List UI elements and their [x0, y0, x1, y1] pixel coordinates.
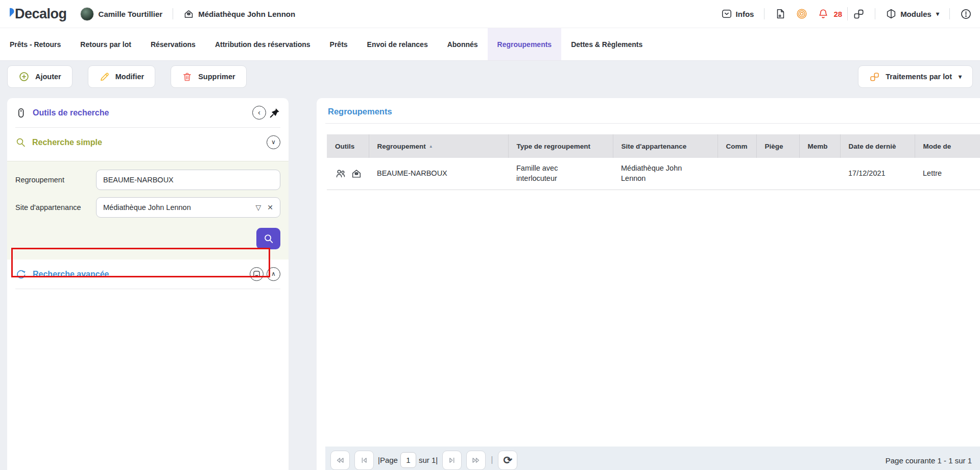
col-outils[interactable]: Outils	[327, 134, 369, 158]
current-site[interactable]: Médiathèque John Lennon	[183, 9, 295, 19]
col-commentaire[interactable]: Comm	[718, 134, 756, 158]
site-name: Médiathèque John Lennon	[198, 10, 295, 18]
page-label: |Page	[378, 456, 398, 464]
help-button[interactable]	[960, 8, 972, 20]
logo-text: Decalog	[15, 6, 67, 22]
col-site[interactable]: Site d'appartenance	[613, 134, 718, 158]
modules-menu-button[interactable]: Modules ▾	[886, 8, 939, 19]
search-icon	[263, 233, 274, 244]
regroupements-panel: Regroupements Outils Regroupement▲ Type …	[317, 98, 980, 470]
simple-search-toggle-button[interactable]: ∨	[267, 135, 280, 149]
user-name: Camille Tourtillier	[99, 10, 163, 18]
table-row[interactable]: BEAUME-NARBOUX Famille avec interlocuteu…	[327, 158, 980, 190]
app-logo[interactable]: Decalog	[8, 6, 67, 22]
simple-search-title: Recherche simple	[32, 138, 102, 147]
modules-label: Modules	[900, 10, 931, 18]
site-field-row: Site d'appartenance ▽ ✕	[15, 197, 280, 218]
cell-date: 17/12/2021	[840, 158, 915, 190]
mouse-icon	[15, 107, 27, 119]
regroupements-table: Outils Regroupement▲ Type de regroupemen…	[327, 134, 980, 190]
search-tools-header: Outils de recherche ‹	[7, 98, 289, 127]
search-tools-panel: Outils de recherche ‹ Reche	[7, 98, 289, 470]
batch-processing-button[interactable]: Traitements par lot ▾	[858, 65, 973, 88]
site-field[interactable]: ▽ ✕	[96, 197, 280, 218]
simple-search-header[interactable]: Recherche simple ∨	[7, 128, 289, 157]
search-submit-row	[15, 225, 280, 256]
header-divider	[875, 8, 875, 19]
tab-envoi-relances[interactable]: Envoi de relances	[357, 28, 438, 60]
regroupement-label: Regroupement	[15, 175, 96, 185]
chevron-left-icon: ‹	[258, 108, 260, 116]
chevron-up-icon: ∧	[271, 271, 276, 277]
chain-links-icon	[869, 72, 880, 82]
tab-reservations[interactable]: Réservations	[141, 28, 205, 60]
app-header: Decalog Camille Tourtillier Médiathèque …	[0, 0, 980, 28]
tab-attribution-reservations[interactable]: Attribution des réservations	[205, 28, 320, 60]
delete-button[interactable]: Supprimer	[171, 65, 247, 88]
bookmark-square-icon	[253, 270, 260, 278]
content-area: Ajouter Modifier Supprimer	[0, 61, 980, 470]
module-tabbar: Prêts - Retours Retours par lot Réservat…	[0, 28, 980, 61]
collapse-panel-button[interactable]: ‹	[252, 106, 266, 120]
pagination-summary: Page courante 1 - 1 sur 1	[886, 456, 972, 465]
site-input[interactable]	[103, 203, 249, 212]
tab-retours-par-lot[interactable]: Retours par lot	[70, 28, 141, 60]
site-icon[interactable]	[351, 168, 362, 179]
regroupement-input[interactable]	[103, 176, 273, 184]
caret-down-icon: ▾	[959, 73, 962, 80]
library-building-icon	[183, 9, 194, 19]
header-divider	[847, 7, 848, 20]
info-circle-icon	[960, 8, 972, 20]
members-icon[interactable]	[335, 168, 346, 179]
save-search-button[interactable]	[250, 267, 264, 281]
header-divider	[949, 8, 950, 19]
cell-type: Famille avec interlocuteur	[508, 158, 613, 190]
tab-prets[interactable]: Prêts	[320, 28, 357, 60]
col-membres[interactable]: Memb	[799, 134, 840, 158]
page-number-input[interactable]	[400, 452, 416, 468]
add-button[interactable]: Ajouter	[7, 65, 73, 88]
broadcast-button[interactable]	[796, 8, 807, 19]
cell-commentaire	[718, 158, 756, 190]
edit-button[interactable]: Modifier	[88, 65, 155, 88]
tab-dettes-reglements[interactable]: Dettes & Règlements	[561, 28, 652, 60]
chain-links-icon	[853, 8, 865, 20]
file-icon	[775, 8, 786, 19]
refresh-button[interactable]: ⟳	[498, 451, 517, 470]
tab-regroupements[interactable]: Regroupements	[488, 28, 562, 60]
col-piege[interactable]: Piège	[756, 134, 799, 158]
notifications-button[interactable]: 28	[818, 8, 842, 19]
site-label: Site d'appartenance	[15, 203, 96, 213]
clear-field-icon[interactable]: ✕	[267, 203, 273, 212]
target-rings-icon	[796, 8, 807, 19]
modules-box-icon	[886, 8, 897, 19]
col-regroupement[interactable]: Regroupement▲	[369, 134, 508, 158]
next-page-button[interactable]	[442, 451, 462, 470]
trash-icon	[182, 72, 193, 82]
col-type[interactable]: Type de regroupement	[508, 134, 613, 158]
col-date[interactable]: Date de derniè	[840, 134, 915, 158]
refresh-icon: ⟳	[504, 454, 513, 466]
first-page-button[interactable]	[330, 451, 350, 470]
advanced-search-toggle-button[interactable]: ∧	[267, 267, 280, 281]
search-submit-button[interactable]	[256, 228, 280, 249]
advanced-search-header[interactable]: Recherche avancée ∧	[7, 260, 289, 289]
documents-button[interactable]	[775, 8, 786, 19]
chevron-down-icon: ∨	[271, 139, 276, 145]
user-avatar[interactable]	[80, 7, 94, 21]
col-mode[interactable]: Mode de	[915, 134, 980, 158]
pin-icon[interactable]	[269, 107, 280, 119]
infos-button[interactable]: Infos	[721, 8, 754, 19]
envelope-icon	[721, 8, 732, 19]
caret-down-icon: ▾	[936, 10, 939, 17]
cell-mode: Lettre	[915, 158, 980, 190]
links-button[interactable]	[853, 8, 865, 20]
plus-circle-icon	[18, 71, 30, 82]
previous-page-button[interactable]	[354, 451, 374, 470]
regroupement-field-row: Regroupement	[15, 170, 280, 190]
filter-funnel-icon[interactable]: ▽	[255, 203, 261, 212]
tab-prets-retours[interactable]: Prêts - Retours	[0, 28, 70, 60]
simple-search-form: Regroupement Site d'appartenance ▽ ✕	[7, 161, 289, 260]
last-page-button[interactable]	[466, 451, 486, 470]
tab-abonnes[interactable]: Abonnés	[438, 28, 488, 60]
